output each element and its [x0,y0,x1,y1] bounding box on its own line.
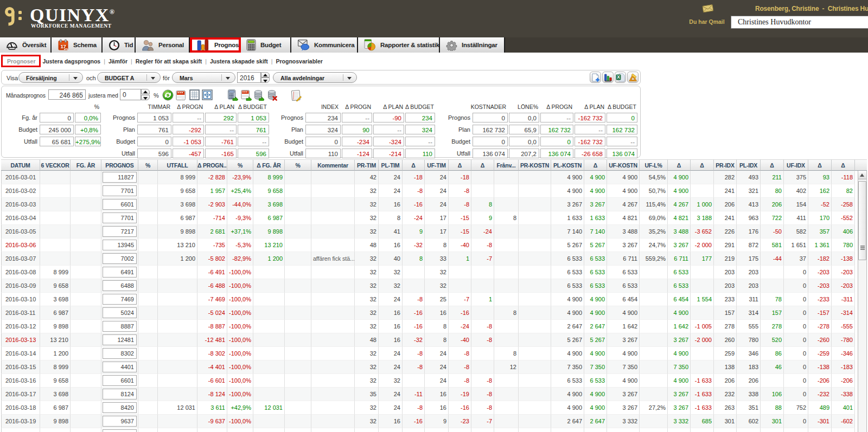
svg-text:17: 17 [60,43,66,49]
svg-text:X: X [617,74,620,80]
